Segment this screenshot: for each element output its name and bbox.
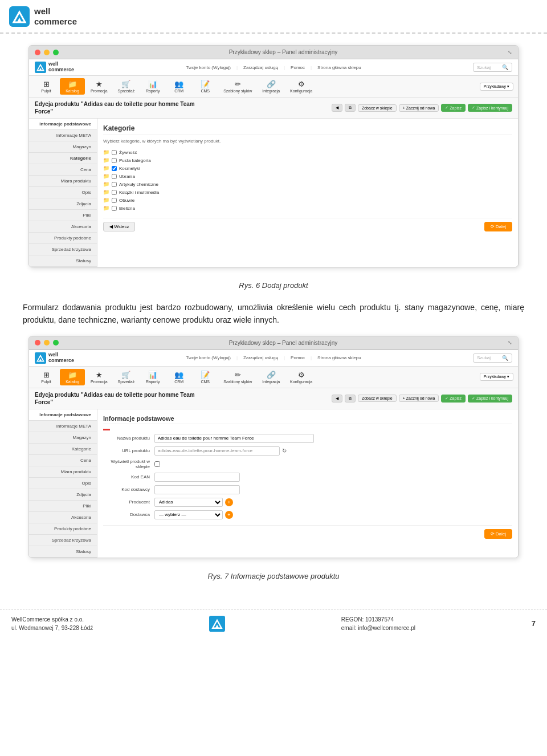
sidebar-item-podobne-2[interactable]: Produkty podobne bbox=[29, 523, 97, 535]
cms-icon-1: 📝 bbox=[201, 80, 210, 88]
toolbar-dropdown-1[interactable]: Przykładowy ▾ bbox=[480, 83, 513, 91]
window-minimize-btn[interactable] bbox=[44, 50, 50, 55]
admin-search-1[interactable]: Szukaj 🔍 bbox=[473, 63, 512, 72]
sidebar-item-meta-2[interactable]: Informacje META bbox=[29, 421, 97, 432]
wstecz-btn[interactable]: ◀ Wstecz bbox=[103, 222, 135, 231]
category-checkbox-obuwie[interactable] bbox=[112, 198, 117, 203]
toolbar-pulpit-2[interactable]: ⊞ Pulpit bbox=[34, 369, 59, 385]
topbar-manage-2[interactable]: Zarządzaj usługą bbox=[243, 355, 278, 360]
save-btn-1[interactable]: ✓ Zapisz bbox=[441, 104, 466, 112]
input-ean[interactable] bbox=[154, 473, 240, 482]
select-dostawca[interactable]: — wybierz — bbox=[154, 510, 223, 519]
toolbar-integracja-1[interactable]: 🔗 Integracja bbox=[258, 78, 284, 95]
sidebar-item-cena-1[interactable]: Cena bbox=[29, 164, 97, 176]
sidebar-item-miara-2[interactable]: Miara produktu bbox=[29, 466, 97, 478]
example-dropdown-1[interactable]: Przykładowy ▾ bbox=[480, 83, 513, 91]
sidebar-item-kategorie-2[interactable]: Kategorie bbox=[29, 444, 97, 455]
toolbar-raporty-1[interactable]: 📊 Raporty bbox=[140, 78, 165, 95]
sidebar-item-basic-1[interactable]: Informacje podstawowe bbox=[29, 119, 97, 130]
toolbar-szablony-2[interactable]: ✏ Szablony stylów bbox=[219, 369, 256, 385]
topbar-store-2[interactable]: Strona główna sklepu bbox=[317, 355, 361, 360]
sidebar-item-pliki-1[interactable]: Pliki bbox=[29, 210, 97, 221]
toolbar-integracja-2[interactable]: 🔗 Integracja bbox=[258, 369, 284, 385]
admin-search-2[interactable]: Szukaj 🔍 bbox=[473, 353, 512, 363]
toolbar-sprzedaz-1[interactable]: 🛒 Sprzedaż bbox=[113, 78, 140, 95]
example-dropdown-2[interactable]: Przykładowy ▾ bbox=[480, 373, 513, 381]
sidebar-item-magazyn-1[interactable]: Magazyn bbox=[29, 141, 97, 153]
category-checkbox-zywnosc[interactable] bbox=[112, 150, 117, 155]
sidebar-item-opis-1[interactable]: Opis bbox=[29, 187, 97, 198]
input-url[interactable] bbox=[154, 446, 280, 456]
sidebar-item-zdjecia-1[interactable]: Zdjęcia bbox=[29, 198, 97, 210]
toolbar-katalog-1[interactable]: 📁 Katalog bbox=[60, 78, 85, 95]
select-producent[interactable]: Adidas bbox=[154, 498, 223, 507]
checkbox-wyswietl[interactable] bbox=[154, 461, 160, 467]
topbar-account-2[interactable]: Twoje konto (Wyloguj) bbox=[186, 355, 231, 360]
sidebar-item-basic-2[interactable]: Informacje podstawowe bbox=[29, 409, 97, 421]
sidebar-item-cena-2[interactable]: Cena bbox=[29, 455, 97, 466]
sidebar-item-statusy-2[interactable]: Statusy bbox=[29, 546, 97, 558]
start-fresh-btn-1[interactable]: + Zacznij od nowa bbox=[399, 104, 439, 112]
toolbar-konfiguracja-2[interactable]: ⚙ Konfiguracja bbox=[285, 369, 317, 385]
toolbar-promocja-2[interactable]: ★ Promocja bbox=[86, 369, 112, 385]
sidebar-item-magazyn-2[interactable]: Magazyn bbox=[29, 432, 97, 444]
sidebar-item-miara-1[interactable]: Miara produktu bbox=[29, 176, 97, 187]
toolbar-cms-2[interactable]: 📝 CMS bbox=[193, 369, 218, 385]
toolbar-crm-1[interactable]: 👥 CRM bbox=[166, 78, 191, 95]
back-btn-2[interactable]: ◀ bbox=[332, 395, 342, 403]
toolbar-szablony-1[interactable]: ✏ Szablony stylów bbox=[219, 78, 256, 95]
topbar-manage-1[interactable]: Zarządzaj usługą bbox=[243, 65, 278, 70]
dalej-btn-2[interactable]: ⟳ Dalej bbox=[484, 529, 512, 539]
duplicate-btn-2[interactable]: ⧉ bbox=[345, 395, 356, 403]
category-checkbox-kosmetyki[interactable] bbox=[112, 166, 117, 171]
input-nazwa[interactable] bbox=[154, 434, 314, 443]
sidebar-item-zdjecia-2[interactable]: Zdjęcia bbox=[29, 489, 97, 501]
category-checkbox-ksiazki[interactable] bbox=[112, 190, 117, 195]
toolbar-konfiguracja-1[interactable]: ⚙ Konfiguracja bbox=[285, 78, 317, 95]
window-maximize-btn-2[interactable] bbox=[53, 340, 59, 346]
start-fresh-btn-2[interactable]: + Zacznij od nowa bbox=[399, 395, 439, 402]
topbar-store-1[interactable]: Strona główna sklepu bbox=[317, 65, 361, 70]
sidebar-item-akcesoria-2[interactable]: Akcesoria bbox=[29, 512, 97, 523]
category-checkbox-ubrania[interactable] bbox=[112, 174, 117, 179]
sidebar-item-krzyzowa-1[interactable]: Sprzedaż krzyżowa bbox=[29, 244, 97, 255]
sidebar-item-meta-1[interactable]: Informacje META bbox=[29, 130, 97, 141]
input-kod-dostawcy[interactable] bbox=[154, 485, 240, 494]
view-store-btn-1[interactable]: Zobacz w sklepie bbox=[358, 104, 397, 112]
save-continue-btn-1[interactable]: ✓ Zapisz i kontynuuj bbox=[468, 104, 512, 112]
save-continue-btn-2[interactable]: ✓ Zapisz i kontynuuj bbox=[468, 395, 512, 403]
duplicate-btn-1[interactable]: ⧉ bbox=[345, 104, 356, 112]
save-btn-2[interactable]: ✓ Zapisz bbox=[441, 395, 466, 403]
sidebar-item-kategorie-1[interactable]: Kategorie bbox=[29, 153, 97, 164]
toolbar-sprzedaz-2[interactable]: 🛒 Sprzedaż bbox=[113, 369, 140, 385]
sidebar-item-statusy-1[interactable]: Statusy bbox=[29, 255, 97, 267]
toolbar-cms-1[interactable]: 📝 CMS bbox=[193, 78, 218, 95]
window-minimize-btn-2[interactable] bbox=[44, 340, 50, 346]
toolbar-raporty-2[interactable]: 📊 Raporty bbox=[140, 369, 165, 385]
toolbar-promocja-1[interactable]: ★ Promocja bbox=[86, 78, 112, 95]
topbar-help-2[interactable]: Pomoc bbox=[291, 355, 305, 360]
toolbar-dropdown-2[interactable]: Przykładowy ▾ bbox=[480, 373, 513, 381]
refresh-icon[interactable]: ↻ bbox=[282, 448, 287, 454]
sidebar-item-krzyzowa-2[interactable]: Sprzedaż krzyżowa bbox=[29, 535, 97, 546]
topbar-account-1[interactable]: Twoje konto (Wyloguj) bbox=[186, 65, 231, 70]
view-store-btn-2[interactable]: Zobacz w sklepie bbox=[358, 395, 397, 402]
toolbar-crm-2[interactable]: 👥 CRM bbox=[166, 369, 191, 385]
add-dostawca-btn[interactable]: + bbox=[225, 511, 233, 519]
window-maximize-btn[interactable] bbox=[53, 50, 59, 55]
dalej-btn-1[interactable]: ⟳ Dalej bbox=[484, 222, 512, 231]
toolbar-katalog-2[interactable]: 📁 Katalog bbox=[60, 369, 85, 385]
window-close-btn-2[interactable] bbox=[35, 340, 40, 346]
topbar-help-1[interactable]: Pomoc bbox=[291, 65, 305, 70]
sidebar-item-akcesoria-1[interactable]: Akcesoria bbox=[29, 221, 97, 233]
sidebar-item-pliki-2[interactable]: Pliki bbox=[29, 501, 97, 512]
sidebar-item-podobne-1[interactable]: Produkty podobne bbox=[29, 233, 97, 244]
category-checkbox-artykuly[interactable] bbox=[112, 182, 117, 187]
add-producent-btn[interactable]: + bbox=[225, 498, 233, 506]
window-close-btn[interactable] bbox=[35, 50, 40, 55]
category-checkbox-bielizna[interactable] bbox=[112, 206, 117, 211]
category-checkbox-pusta[interactable] bbox=[112, 158, 117, 163]
back-btn-1[interactable]: ◀ bbox=[332, 104, 342, 112]
toolbar-pulpit-1[interactable]: ⊞ Pulpit bbox=[34, 78, 59, 95]
sidebar-item-opis-2[interactable]: Opis bbox=[29, 478, 97, 489]
